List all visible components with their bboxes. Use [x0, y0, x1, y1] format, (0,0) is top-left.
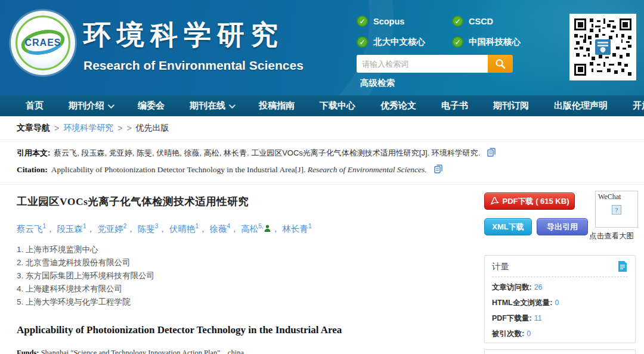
author-link[interactable]: 伏晴艳	[169, 224, 196, 234]
badge-cscd: ✓ CSCD	[452, 15, 553, 27]
wechat-share-box[interactable]: WeChat ?	[595, 191, 638, 228]
nav-home[interactable]: 首页	[13, 100, 56, 111]
affiliation-item: 2. 北京雪迪龙科技股份有限公司	[17, 256, 472, 269]
journal-title-en: Research of Environmental Sciences	[83, 58, 304, 73]
nav-submission-guide[interactable]: 投稿指南	[246, 100, 307, 111]
affiliation-item: 4. 上海建科环境技术有限公司	[17, 282, 472, 296]
citation-zh: 引用本文: 蔡云飞, 段玉森, 党亚婷, 陈斐, 伏晴艳, 徐薇, 高松, 林长…	[17, 148, 627, 159]
citation-zh-text: 蔡云飞, 段玉森, 党亚婷, 陈斐, 伏晴艳, 徐薇, 高松, 林长青. 工业园…	[54, 148, 480, 159]
article-title-en: Applicability of Photoionization Detecto…	[17, 324, 472, 336]
site-header: CRAES 环境科学研究 Research of Environmental S…	[0, 0, 644, 95]
article-sidebar: PDF下载 ( 615 KB) XML下载 导出引用 WeChat ? 点击查看…	[484, 185, 644, 354]
author-link[interactable]: 陈斐	[138, 224, 155, 234]
author-link[interactable]: 林长青	[282, 224, 308, 234]
author-link[interactable]: 段玉森	[57, 224, 83, 234]
advanced-search-link[interactable]: 高级检索	[360, 77, 395, 89]
funds-line: Funds: Shanghai "Science and Technology …	[17, 348, 472, 354]
metrics-title: 计量	[492, 261, 509, 272]
badge-cstpcd: ✓ 中国科技核心	[452, 36, 553, 48]
search-input[interactable]	[357, 55, 488, 73]
xml-download-button[interactable]: XML下载	[484, 218, 532, 235]
wechat-enlarge-link[interactable]: 点击查看大图	[589, 231, 644, 241]
nav-journal-intro[interactable]: 期刊介绍	[56, 100, 125, 111]
copy-citation-icon[interactable]	[434, 164, 443, 173]
main-nav: 首页 期刊介绍 编委会 期刊在线 投稿指南 下载中心 优秀论文 电子书 期刊订阅…	[0, 95, 644, 116]
corresponding-author-icon[interactable]	[264, 225, 271, 232]
wechat-qr-code	[569, 14, 636, 80]
nav-ebook[interactable]: 电子书	[429, 100, 481, 111]
search-icon	[495, 58, 506, 69]
nav-publication-ethics[interactable]: 出版伦理声明	[541, 100, 620, 111]
breadcrumb-root: 文章导航	[17, 123, 50, 133]
nav-journal-online[interactable]: 期刊在线	[177, 100, 246, 111]
chevron-down-icon	[229, 101, 236, 108]
author-link[interactable]: 徐薇	[209, 224, 227, 234]
check-icon: ✓	[357, 36, 368, 48]
breadcrumb-journal-link[interactable]: 环境科学研究	[63, 123, 113, 133]
check-icon: ✓	[452, 36, 463, 48]
citation-en-text: Applicability of Photoionization Detecto…	[51, 164, 427, 175]
metric-cited-count: 被引次数:0	[492, 329, 628, 339]
check-icon: ✓	[357, 15, 368, 27]
nav-open-access[interactable]: 开放获取	[620, 100, 644, 111]
article-title-zh: 工业园区VOCs光离子化气体检测技术适用性研究	[17, 194, 472, 209]
copy-citation-icon[interactable]	[487, 148, 496, 157]
article-content: 工业园区VOCs光离子化气体检测技术适用性研究 蔡云飞1， 段玉森1， 党亚婷2…	[0, 185, 484, 354]
author-link[interactable]: 党亚婷	[97, 224, 123, 234]
nav-editorial-board[interactable]: 编委会	[125, 100, 177, 111]
affiliation-item: 1. 上海市环境监测中心	[17, 243, 472, 256]
citation-block: 引用本文: 蔡云飞, 段玉森, 党亚婷, 陈斐, 伏晴艳, 徐薇, 高松, 林长…	[0, 141, 644, 185]
craes-logo-icon: CRAES	[16, 15, 70, 70]
metric-pdf-downloads: PDF下载量:11	[492, 313, 628, 324]
breadcrumb-current: 优先出版	[136, 123, 169, 133]
badge-scopus: ✓ Scopus	[357, 15, 452, 27]
affiliation-item: 5. 上海大学环境与化学工程学院	[17, 296, 472, 309]
nav-subscription[interactable]: 期刊订阅	[481, 100, 541, 111]
broken-image-icon: ?	[612, 205, 621, 215]
breadcrumb: 文章导航 > 环境科学研究 > > 优先出版	[0, 116, 644, 140]
search-button[interactable]	[488, 55, 513, 73]
index-badges: ✓ Scopus ✓ CSCD ✓ 北大中文核心 ✓ 中国科技核心	[357, 15, 553, 48]
export-citation-button[interactable]: 导出引用	[537, 218, 588, 235]
badge-pku-core: ✓ 北大中文核心	[357, 36, 452, 48]
nav-excellent-papers[interactable]: 优秀论文	[368, 100, 429, 111]
affiliation-list: 1. 上海市环境监测中心 2. 北京雪迪龙科技股份有限公司 3. 东方国际集团上…	[17, 243, 472, 309]
author-link[interactable]: 蔡云飞	[17, 224, 43, 234]
author-list: 蔡云飞1， 段玉森1， 党亚婷2， 陈斐3， 伏晴艳1， 徐薇4， 高松5,， …	[17, 223, 472, 235]
pdf-icon	[490, 197, 499, 206]
citation-en-journal: Research of Environmental Sciences.	[308, 165, 427, 174]
metrics-panel: 计量 文章访问数:26 HTML全文浏览量:0 PDF下载量:11 被引次数:0	[484, 255, 636, 343]
citation-en: Citation: Applicability of Photoionizati…	[17, 164, 627, 175]
nav-download-center[interactable]: 下载中心	[307, 100, 368, 111]
metrics-document-icon	[617, 260, 628, 272]
metric-html-views: HTML全文浏览量:0	[492, 298, 628, 308]
publication-history-panel: 出版历程	[484, 349, 636, 354]
pdf-download-button[interactable]: PDF下载 ( 615 KB)	[484, 192, 575, 210]
affiliation-item: 3. 东方国际集团上海环境科技有限公司	[17, 269, 472, 282]
check-icon: ✓	[452, 15, 463, 27]
chevron-down-icon	[108, 101, 114, 108]
journal-title-zh: 环境科学研究	[83, 17, 304, 54]
craes-logo[interactable]: CRAES	[11, 11, 75, 75]
author-link[interactable]: 高松	[242, 224, 259, 234]
metric-article-views: 文章访问数:26	[492, 282, 628, 293]
